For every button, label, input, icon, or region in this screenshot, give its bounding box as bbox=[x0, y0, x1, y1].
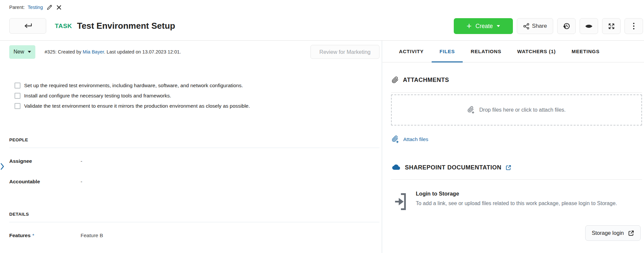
more-menu-button[interactable] bbox=[625, 18, 643, 34]
checklist-item-text: Set up the required test environments, i… bbox=[24, 83, 243, 89]
description-checklist: Set up the required test environments, i… bbox=[15, 80, 250, 111]
paperclip-icon bbox=[392, 76, 399, 84]
login-texts: Login to Storage To add a link, see or u… bbox=[416, 190, 630, 211]
status-label: New bbox=[14, 49, 24, 55]
author-link[interactable]: Mia Bayer bbox=[83, 49, 104, 54]
share-icon bbox=[523, 23, 529, 29]
required-marker: * bbox=[32, 233, 34, 238]
checklist-item: Validate the test environment to ensure … bbox=[15, 101, 250, 111]
cloud-icon bbox=[392, 164, 401, 171]
checklist-item-text: Install and configure the necessary test… bbox=[24, 93, 171, 99]
people-section: PEOPLE Assignee - Accountable - bbox=[9, 137, 379, 186]
paperclip-plus-icon bbox=[392, 135, 399, 143]
files-side-pane: ACTIVITY FILES RELATIONS WATCHERS (1) ME… bbox=[382, 41, 644, 253]
share-button[interactable]: Share bbox=[517, 18, 553, 34]
attach-files-link[interactable]: Attach files bbox=[392, 135, 428, 144]
section-divider bbox=[391, 179, 642, 180]
create-button[interactable]: + Create bbox=[454, 18, 513, 34]
section-divider bbox=[9, 148, 379, 148]
paperclip-plus-icon bbox=[467, 106, 475, 114]
attachments-title: ATTACHMENTS bbox=[403, 77, 449, 84]
tab-activity[interactable]: ACTIVITY bbox=[391, 41, 432, 62]
storage-login-button[interactable]: Storage login bbox=[585, 225, 641, 241]
attribute-label: Accountable bbox=[9, 179, 81, 185]
attribute-value[interactable]: Feature B bbox=[81, 233, 103, 238]
tab-relations[interactable]: RELATIONS bbox=[463, 41, 509, 62]
attribute-value[interactable]: - bbox=[81, 158, 82, 164]
page-title[interactable]: Test Environment Setup bbox=[77, 21, 175, 31]
tab-bar: ACTIVITY FILES RELATIONS WATCHERS (1) ME… bbox=[382, 41, 644, 62]
title-area: TASK Test Environment Setup bbox=[55, 18, 175, 34]
history-clock-icon bbox=[562, 22, 570, 30]
attach-files-label: Attach files bbox=[403, 136, 428, 142]
arrow-back-icon bbox=[23, 23, 33, 29]
status-dropdown[interactable]: New bbox=[9, 45, 35, 59]
attribute-row-accountable: Accountable - bbox=[9, 177, 379, 186]
parent-label: Parent: bbox=[9, 5, 25, 10]
meta-suffix: . Last updated on 13.07.2023 12:01. bbox=[104, 49, 181, 54]
external-link-icon bbox=[506, 165, 511, 170]
header: Parent: Testing TASK Test Environment Se… bbox=[0, 0, 644, 41]
checklist-item: Set up the required test environments, i… bbox=[15, 80, 250, 90]
attribute-label-text: Features bbox=[9, 233, 31, 238]
watch-button[interactable] bbox=[580, 18, 598, 34]
sharepoint-header[interactable]: SHAREPOINT DOCUMENTATION bbox=[392, 164, 511, 171]
work-package-meta: #325: Created by Mia Bayer. Last updated… bbox=[45, 49, 181, 54]
status-row: New #325: Created by Mia Bayer. Last upd… bbox=[9, 45, 379, 59]
chevron-down-icon bbox=[28, 51, 31, 53]
work-package-type[interactable]: TASK bbox=[55, 22, 72, 30]
meta-prefix: #325: Created by bbox=[45, 49, 83, 54]
section-divider bbox=[9, 222, 379, 222]
external-link-icon bbox=[628, 230, 634, 236]
login-title: Login to Storage bbox=[416, 190, 630, 197]
attachments-header: ATTACHMENTS bbox=[392, 76, 449, 84]
baseline-comparison-button[interactable] bbox=[557, 18, 576, 34]
login-description: To add a link, see or upload files relat… bbox=[416, 199, 630, 208]
collapse-chevron-icon[interactable] bbox=[0, 163, 4, 170]
dropzone-text: Drop files here or click to attach files… bbox=[479, 107, 565, 113]
checkbox-unchecked[interactable] bbox=[15, 103, 20, 109]
attribute-row-assignee: Assignee - bbox=[9, 157, 379, 166]
toolbar: + Create Share bbox=[454, 18, 643, 34]
checkbox-unchecked[interactable] bbox=[15, 93, 20, 99]
close-icon bbox=[56, 5, 61, 10]
file-dropzone[interactable]: Drop files here or click to attach files… bbox=[391, 94, 642, 126]
parent-link[interactable]: Testing bbox=[28, 5, 43, 10]
checklist-item-text: Validate the test environment to ensure … bbox=[24, 103, 250, 109]
work-package-detail-pane: New #325: Created by Mia Bayer. Last upd… bbox=[0, 41, 382, 253]
attribute-value[interactable]: - bbox=[81, 179, 82, 185]
attribute-label: Features * bbox=[9, 233, 81, 238]
edit-parent-button[interactable] bbox=[46, 4, 53, 11]
tab-meetings[interactable]: MEETINGS bbox=[564, 41, 608, 62]
sharepoint-title: SHAREPOINT DOCUMENTATION bbox=[405, 164, 501, 171]
storage-login-label: Storage login bbox=[592, 230, 624, 236]
tab-files[interactable]: FILES bbox=[432, 41, 463, 62]
create-button-label: Create bbox=[476, 23, 493, 30]
section-title: DETAILS bbox=[9, 212, 379, 217]
back-button[interactable] bbox=[9, 18, 46, 34]
details-section: DETAILS Features * Feature B bbox=[9, 212, 379, 240]
section-title: PEOPLE bbox=[9, 137, 379, 142]
breadcrumb-parent: Parent: Testing bbox=[9, 3, 62, 11]
tab-watchers[interactable]: WATCHERS (1) bbox=[509, 41, 564, 62]
eye-icon bbox=[585, 24, 593, 29]
workflow-transition-button[interactable]: Review for Marketing bbox=[310, 45, 379, 59]
section-divider bbox=[391, 92, 642, 93]
attribute-label: Assignee bbox=[9, 158, 81, 164]
fullscreen-button[interactable] bbox=[602, 18, 621, 34]
pencil-icon bbox=[47, 5, 52, 10]
expand-icon bbox=[608, 23, 615, 30]
login-icon bbox=[394, 190, 407, 211]
share-button-label: Share bbox=[532, 23, 547, 29]
chevron-down-icon bbox=[497, 25, 500, 27]
plus-icon: + bbox=[467, 21, 472, 30]
checkbox-unchecked[interactable] bbox=[15, 83, 20, 89]
attribute-row-features: Features * Feature B bbox=[9, 231, 379, 240]
kebab-icon bbox=[633, 22, 635, 30]
checklist-item: Install and configure the necessary test… bbox=[15, 90, 250, 101]
work-package-page: Parent: Testing TASK Test Environment Se… bbox=[0, 0, 644, 253]
storage-login-block: Login to Storage To add a link, see or u… bbox=[394, 190, 630, 211]
remove-parent-button[interactable] bbox=[56, 4, 62, 11]
